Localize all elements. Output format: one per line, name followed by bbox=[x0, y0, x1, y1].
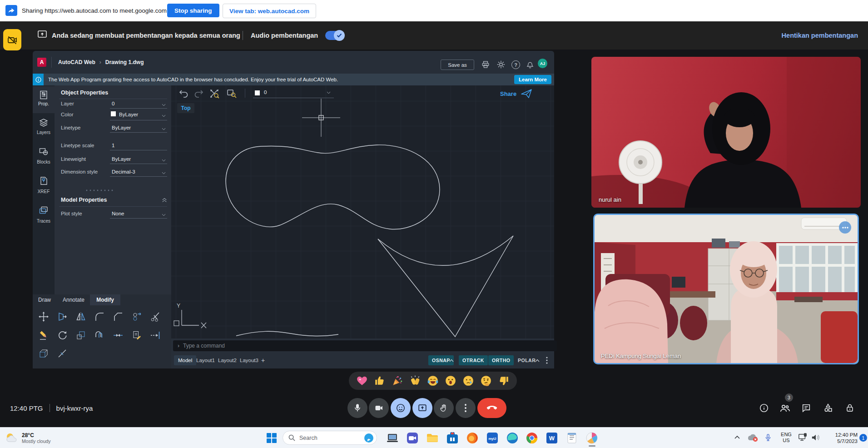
stretch-tool-icon[interactable] bbox=[57, 311, 68, 322]
scale-tool-icon[interactable] bbox=[75, 330, 86, 341]
notifications-bell-icon[interactable] bbox=[526, 60, 534, 69]
rail-item-traces[interactable]: Traces bbox=[33, 200, 55, 229]
tray-mic-icon[interactable] bbox=[764, 433, 772, 443]
reaction-sparkling-heart-icon[interactable] bbox=[356, 375, 368, 387]
chevron-down-icon[interactable] bbox=[162, 104, 166, 106]
settings-gear-icon[interactable] bbox=[497, 60, 505, 69]
add-layout-button[interactable]: + bbox=[259, 355, 267, 365]
toggle-otrack[interactable]: OTRACK bbox=[459, 355, 488, 365]
reaction-thumbs-down-icon[interactable] bbox=[498, 375, 510, 387]
reaction-thumbs-up-icon[interactable] bbox=[374, 375, 386, 387]
rail-item-xref[interactable]: XREF bbox=[33, 170, 55, 200]
prop-value-color[interactable]: ByLayer bbox=[119, 112, 138, 117]
chevron-down-icon[interactable] bbox=[162, 214, 166, 216]
edge-icon[interactable] bbox=[506, 432, 518, 444]
print-icon[interactable] bbox=[481, 60, 490, 69]
word-icon[interactable]: W bbox=[546, 432, 558, 444]
chevron-up-icon[interactable] bbox=[535, 359, 540, 362]
teams-icon[interactable] bbox=[407, 432, 418, 444]
tab-annotate[interactable]: Annotate bbox=[63, 294, 84, 305]
reaction-crying-icon[interactable] bbox=[462, 375, 474, 387]
mic-button[interactable] bbox=[347, 398, 367, 418]
start-button[interactable] bbox=[266, 433, 277, 443]
volume-icon[interactable] bbox=[811, 433, 820, 442]
tray-chevron-up-icon[interactable] bbox=[734, 435, 740, 439]
reactions-button[interactable] bbox=[391, 398, 411, 418]
prop-value-linetype-scale[interactable]: 1 bbox=[112, 143, 114, 148]
panel-resize-handle[interactable] bbox=[85, 189, 114, 192]
view-tab-button[interactable]: View tab: web.autocad.com bbox=[223, 4, 316, 18]
reaction-joy-icon[interactable] bbox=[427, 375, 439, 387]
video-tile-nurul-ain[interactable]: nurul ain bbox=[591, 57, 861, 208]
kebab-menu-icon[interactable] bbox=[546, 357, 548, 364]
match-properties-tool-icon[interactable] bbox=[131, 330, 142, 341]
audio-toggle[interactable] bbox=[325, 31, 344, 40]
drawing-canvas[interactable]: 0 Share Top Y bbox=[171, 85, 554, 338]
mirror-tool-icon[interactable] bbox=[75, 311, 86, 322]
color-swatch[interactable] bbox=[111, 111, 116, 116]
end-call-button[interactable] bbox=[477, 398, 506, 418]
host-controls-button[interactable] bbox=[845, 403, 855, 413]
tab-modify[interactable]: Modify bbox=[90, 294, 120, 305]
prop-value-lineweight[interactable]: ByLayer bbox=[112, 156, 131, 162]
prop-value-dimension-style[interactable]: Decimal-3 bbox=[112, 169, 135, 174]
prop-value-linetype[interactable]: ByLayer bbox=[112, 125, 131, 130]
user-avatar[interactable]: AJ bbox=[538, 59, 547, 68]
rail-item-layers[interactable]: Layers bbox=[33, 113, 55, 141]
chrome-icon[interactable] bbox=[526, 432, 538, 444]
notepad-icon[interactable] bbox=[566, 432, 578, 444]
paint-active-app-icon[interactable] bbox=[586, 432, 598, 444]
file-explorer-icon[interactable] bbox=[427, 432, 438, 444]
prop-value-layer[interactable]: 0 bbox=[112, 101, 114, 106]
laptop-app-icon[interactable] bbox=[387, 432, 398, 444]
presenting-indicator[interactable] bbox=[3, 29, 21, 50]
onedrive-error-icon[interactable] bbox=[747, 433, 759, 443]
fillet-tool-icon[interactable] bbox=[94, 311, 105, 322]
trim-tool-icon[interactable] bbox=[150, 311, 161, 322]
reaction-clapping-hands-icon[interactable] bbox=[409, 375, 421, 387]
breadcrumb-app[interactable]: AutoCAD Web bbox=[58, 59, 95, 65]
language-indicator[interactable]: ENGUS bbox=[778, 432, 795, 443]
chevron-down-icon[interactable] bbox=[162, 114, 166, 117]
erase-tool-icon[interactable] bbox=[38, 330, 49, 341]
copy-tool-icon[interactable] bbox=[131, 311, 142, 322]
myij-app-icon[interactable]: myIJ bbox=[486, 432, 498, 444]
stop-sharing-button[interactable]: Stop sharing bbox=[167, 4, 219, 17]
extend-tool-icon[interactable] bbox=[150, 330, 161, 341]
clock[interactable]: 12:40 PM 5/7/2023 bbox=[823, 432, 858, 444]
breadcrumb-file[interactable]: Drawing 1.dwg bbox=[105, 59, 144, 65]
rotate-tool-icon[interactable] bbox=[57, 330, 68, 341]
tile-more-options-button[interactable] bbox=[839, 221, 851, 234]
microsoft-store-icon[interactable] bbox=[446, 432, 458, 444]
reaction-open-mouth-icon[interactable] bbox=[445, 375, 456, 387]
camera-button[interactable] bbox=[369, 398, 389, 418]
notification-count-badge[interactable]: 1 bbox=[859, 434, 867, 442]
participants-button[interactable] bbox=[779, 403, 790, 413]
chevron-up-icon[interactable] bbox=[449, 359, 454, 362]
chevron-down-icon[interactable] bbox=[162, 159, 166, 162]
tab-layout3[interactable]: Layout3 bbox=[236, 355, 262, 365]
command-line[interactable]: › Type a command bbox=[173, 340, 557, 351]
chevron-down-icon[interactable] bbox=[162, 172, 166, 174]
network-icon[interactable] bbox=[798, 433, 808, 442]
chat-button[interactable] bbox=[801, 403, 811, 413]
tab-draw[interactable]: Draw bbox=[38, 294, 51, 305]
toggle-ortho[interactable]: ORTHO bbox=[488, 355, 514, 365]
weather-widget[interactable]: 28°C Mostly cloudy bbox=[5, 428, 51, 448]
rail-item-blocks[interactable]: Blocks bbox=[33, 141, 55, 170]
video-tile-pedi[interactable]: PEDi Kampung Sungai Leman bbox=[593, 214, 859, 364]
join-tool-icon[interactable] bbox=[113, 330, 124, 341]
explode-tool-icon[interactable] bbox=[38, 348, 49, 359]
rail-item-properties[interactable]: Prop. bbox=[33, 86, 55, 113]
save-as-button[interactable]: Save as bbox=[441, 60, 474, 70]
chamfer-tool-icon[interactable] bbox=[113, 311, 124, 322]
learn-more-button[interactable]: Learn More bbox=[514, 75, 551, 84]
activities-button[interactable] bbox=[823, 403, 833, 413]
search-box[interactable]: Search bbox=[283, 431, 377, 445]
present-button[interactable] bbox=[412, 398, 432, 418]
break-tool-icon[interactable] bbox=[57, 348, 68, 359]
prop-value-plot-style[interactable]: None bbox=[112, 211, 124, 216]
chevron-down-icon[interactable] bbox=[162, 128, 166, 130]
firefox-icon[interactable] bbox=[466, 432, 478, 444]
help-icon[interactable]: ? bbox=[511, 60, 520, 69]
